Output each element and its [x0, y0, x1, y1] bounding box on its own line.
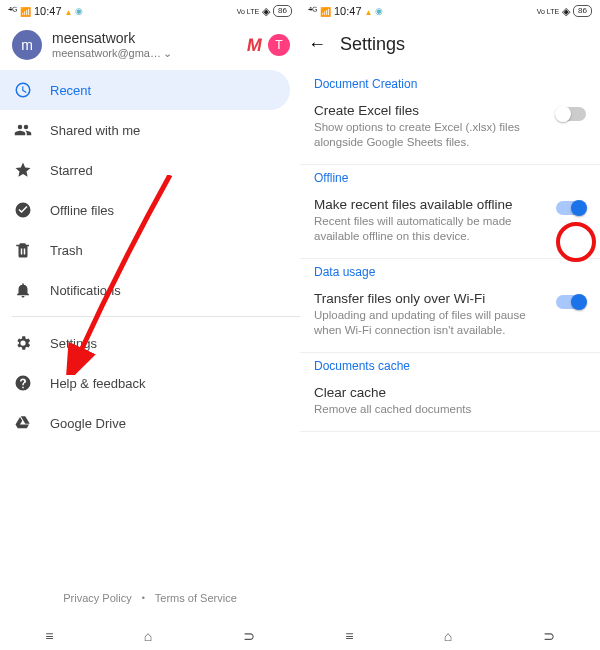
toggle-wifi-only[interactable] [556, 295, 586, 309]
footer-links: Privacy Policy • Terms of Service [0, 592, 300, 604]
menu-icon[interactable]: ≡ [45, 628, 53, 644]
privacy-link[interactable]: Privacy Policy [63, 592, 131, 604]
nav-label: Notifications [50, 283, 121, 298]
nav-settings[interactable]: Settings [0, 323, 300, 363]
nav-label: Starred [50, 163, 93, 178]
setting-title: Clear cache [314, 385, 586, 400]
account-name: meensatwork [52, 31, 247, 46]
setting-subtitle: Show options to create Excel (.xlsx) fil… [314, 120, 550, 150]
lte-icon: Vo LTE [237, 8, 259, 15]
chevron-down-icon[interactable]: ⌄ [163, 47, 172, 59]
account-header[interactable]: m meensatwork meensatwork@gma…⌄ M T [0, 22, 300, 70]
setting-offline-files[interactable]: Make recent files available offline Rece… [300, 193, 600, 259]
wifi-icon: ◈ [562, 5, 570, 18]
toggle-offline-files[interactable] [556, 201, 586, 215]
gear-icon [14, 334, 34, 352]
people-icon [14, 121, 34, 139]
nav-trash[interactable]: Trash [0, 230, 300, 270]
drive-icon [14, 414, 34, 432]
nav-label: Google Drive [50, 416, 126, 431]
setting-create-excel[interactable]: Create Excel files Show options to creat… [300, 99, 600, 165]
help-icon [14, 374, 34, 392]
nav-label: Offline files [50, 203, 114, 218]
system-nav-right: ≡ ⌂ ⊂ [300, 628, 600, 644]
lte-icon: Vo LTE [537, 8, 559, 15]
status-indicator: ◉ [75, 6, 83, 16]
system-nav-left: ≡ ⌂ ⊂ [0, 628, 300, 644]
section-offline: Offline [300, 165, 600, 193]
warn-icon [65, 5, 73, 17]
wifi-icon: ◈ [262, 5, 270, 18]
home-icon[interactable]: ⌂ [444, 628, 452, 644]
nav-offline[interactable]: Offline files [0, 190, 300, 230]
setting-title: Make recent files available offline [314, 197, 550, 212]
battery-icon: 86 [573, 5, 592, 17]
status-bar-right: ⁴ᴳ10:47◉ Vo LTE◈86 [300, 0, 600, 22]
avatar: m [12, 30, 42, 60]
home-icon[interactable]: ⌂ [144, 628, 152, 644]
signal-icon [320, 5, 331, 17]
back-icon[interactable]: ⊂ [243, 628, 255, 644]
bell-icon [14, 281, 34, 299]
setting-title: Create Excel files [314, 103, 550, 118]
divider [12, 316, 300, 317]
nav-notifications[interactable]: Notifications [0, 270, 300, 310]
star-icon [14, 161, 34, 179]
setting-clear-cache[interactable]: Clear cache Remove all cached documents [300, 381, 600, 432]
nav-starred[interactable]: Starred [0, 150, 300, 190]
nav-label: Settings [50, 336, 97, 351]
trash-icon [14, 241, 34, 259]
nav-label: Help & feedback [50, 376, 145, 391]
signal-icon [20, 5, 31, 17]
secondary-account-badge[interactable]: T [268, 34, 290, 56]
nav-drive[interactable]: Google Drive [0, 403, 300, 443]
separator-dot: • [142, 593, 145, 603]
nav-label: Trash [50, 243, 83, 258]
terms-link[interactable]: Terms of Service [155, 592, 237, 604]
settings-header: ← Settings [300, 22, 600, 71]
net-icon: ⁴ᴳ [308, 5, 317, 18]
setting-wifi-only[interactable]: Transfer files only over Wi-Fi Uploading… [300, 287, 600, 353]
app-logo-icon: M [245, 35, 264, 56]
page-title: Settings [340, 34, 405, 55]
nav-label: Recent [50, 83, 91, 98]
section-cache: Documents cache [300, 353, 600, 381]
toggle-create-excel[interactable] [556, 107, 586, 121]
account-email: meensatwork@gma… [52, 47, 161, 59]
setting-title: Transfer files only over Wi-Fi [314, 291, 550, 306]
net-icon: ⁴ᴳ [8, 5, 17, 18]
nav-help[interactable]: Help & feedback [0, 363, 300, 403]
status-bar-left: ⁴ᴳ10:47◉ Vo LTE◈86 [0, 0, 300, 22]
clock-icon [14, 81, 34, 99]
offline-icon [14, 201, 34, 219]
setting-subtitle: Remove all cached documents [314, 402, 586, 417]
back-arrow-icon[interactable]: ← [308, 34, 326, 55]
nav-recent[interactable]: Recent [0, 70, 290, 110]
status-time: 10:47 [334, 5, 362, 17]
section-document-creation: Document Creation [300, 71, 600, 99]
status-indicator: ◉ [375, 6, 383, 16]
drawer-panel: ⁴ᴳ10:47◉ Vo LTE◈86 m meensatwork meensat… [0, 0, 300, 650]
nav-shared[interactable]: Shared with me [0, 110, 300, 150]
setting-subtitle: Recent files will automatically be made … [314, 214, 550, 244]
warn-icon [365, 5, 373, 17]
battery-icon: 86 [273, 5, 292, 17]
settings-panel: ⁴ᴳ10:47◉ Vo LTE◈86 ← Settings Document C… [300, 0, 600, 650]
back-icon[interactable]: ⊂ [543, 628, 555, 644]
setting-subtitle: Uploading and updating of files will pau… [314, 308, 550, 338]
status-time: 10:47 [34, 5, 62, 17]
section-data-usage: Data usage [300, 259, 600, 287]
nav-label: Shared with me [50, 123, 140, 138]
menu-icon[interactable]: ≡ [345, 628, 353, 644]
